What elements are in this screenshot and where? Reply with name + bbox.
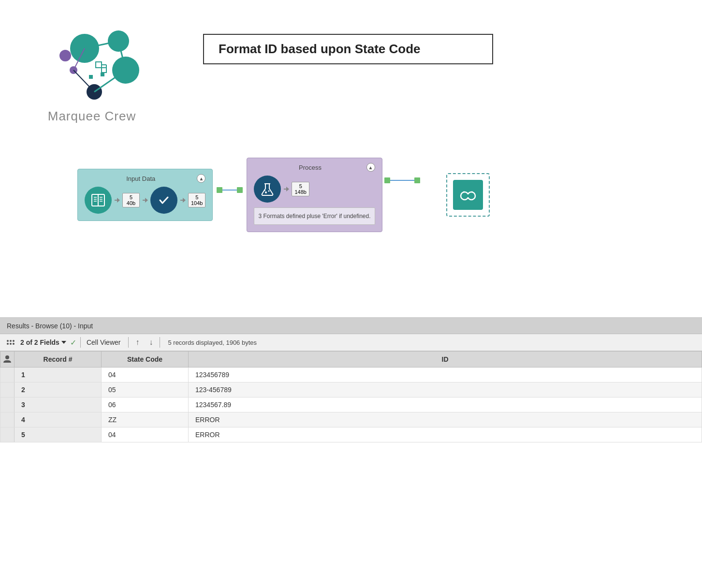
cell-id: ERROR <box>189 427 702 442</box>
node-browse[interactable] <box>446 173 490 217</box>
process-tool-icon[interactable] <box>254 176 281 203</box>
node-process[interactable]: Process ▲ <box>247 158 382 232</box>
badge-1: 5 40b <box>122 193 140 207</box>
records-info: 5 records displayed, 1906 bytes <box>168 339 257 346</box>
svg-rect-16 <box>89 75 93 79</box>
browse-tool-icon[interactable] <box>453 180 483 210</box>
toolbar-divider-3 <box>160 337 160 348</box>
toolbar-divider-2 <box>128 337 129 348</box>
toolbar-divider-1 <box>80 337 81 348</box>
node-collapse-btn[interactable]: ▲ <box>197 174 205 183</box>
cell-viewer-label: Cell Viewer <box>87 338 121 346</box>
final-connection-line <box>390 180 414 181</box>
badge-2: 5 104b <box>188 193 205 207</box>
svg-point-28 <box>268 191 270 192</box>
data-table-container: Record # State Code ID 10412345678920512… <box>0 351 702 442</box>
table-row[interactable]: 205123-456789 <box>0 382 702 397</box>
results-toolbar: 2 of 2 Fields ✓ Cell Viewer ↑ ↓ 5 record… <box>0 334 702 351</box>
col-header-id[interactable]: ID <box>189 352 702 368</box>
cell-id: 1234567.89 <box>189 397 702 412</box>
arrow-1 <box>115 200 119 201</box>
col-header-record[interactable]: Record # <box>15 352 102 368</box>
connection-between-nodes <box>217 187 243 193</box>
table-header-row: Record # State Code ID <box>0 352 702 368</box>
final-output-connector <box>384 177 390 183</box>
top-section: Marquee Crew Format ID based upon State … <box>0 0 702 133</box>
results-section: Results - Browse (10) - Input 2 of 2 Fie… <box>0 317 702 442</box>
logo-image <box>44 19 140 106</box>
cell-record: 1 <box>15 368 102 382</box>
logo-text: Marquee Crew <box>48 109 136 124</box>
table-row[interactable]: 504ERROR <box>0 427 702 442</box>
table-row[interactable]: 4ZZERROR <box>0 412 702 427</box>
logo-area: Marquee Crew <box>29 19 155 124</box>
input-connector <box>237 187 243 193</box>
table-body: 104123456789205123-4567893061234567.894Z… <box>0 368 702 442</box>
svg-rect-15 <box>101 73 104 76</box>
cell-record: 5 <box>15 427 102 442</box>
col-header-state-code[interactable]: State Code <box>102 352 189 368</box>
fields-dropdown-arrow <box>61 341 66 344</box>
svg-point-37 <box>5 355 9 359</box>
node-input-data[interactable]: Input Data ▲ <box>77 169 213 221</box>
svg-point-29 <box>264 190 265 191</box>
cell-id: 123-456789 <box>189 382 702 397</box>
sort-down-button[interactable]: ↓ <box>146 338 156 347</box>
fields-label: 2 of 2 Fields <box>20 338 59 346</box>
row-icon-cell <box>0 368 15 382</box>
svg-rect-11 <box>96 62 102 68</box>
process-collapse-btn[interactable]: ▲ <box>366 163 375 172</box>
row-icon-cell <box>0 412 15 427</box>
connection-line <box>222 190 237 191</box>
cell-state-code: 04 <box>102 368 189 382</box>
process-note: 3 Formats defined pluse 'Error' if undef… <box>254 207 375 225</box>
table-person-icon <box>2 354 12 364</box>
node-input-data-label: Input Data ▲ <box>85 174 205 183</box>
node-process-label: Process ▲ <box>254 163 375 172</box>
cell-id: ERROR <box>189 412 702 427</box>
svg-rect-36 <box>466 195 470 197</box>
svg-rect-12 <box>102 68 106 73</box>
fields-check-icon[interactable]: ✓ <box>70 338 76 347</box>
cell-state-code: 04 <box>102 427 189 442</box>
workflow-title: Format ID based upon State Code <box>203 34 493 64</box>
output-connector <box>217 187 222 193</box>
input-tool-icon[interactable] <box>85 187 112 214</box>
cell-state-code: ZZ <box>102 412 189 427</box>
workflow-canvas: Input Data ▲ <box>0 143 702 312</box>
table-row[interactable]: 104123456789 <box>0 368 702 382</box>
cell-viewer-button[interactable]: Cell Viewer <box>85 338 125 346</box>
table-row[interactable]: 3061234567.89 <box>0 397 702 412</box>
header-icon-col <box>0 352 15 368</box>
process-arrow <box>284 189 289 190</box>
sort-up-button[interactable]: ↑ <box>132 338 142 347</box>
svg-point-27 <box>265 191 267 193</box>
browse-input-connector <box>414 177 420 183</box>
arrow-2 <box>143 200 147 201</box>
row-icon-cell <box>0 427 15 442</box>
node-input-data-inner: 5 40b 5 104b <box>85 187 205 214</box>
cell-state-code: 06 <box>102 397 189 412</box>
cell-state-code: 05 <box>102 382 189 397</box>
results-header: Results - Browse (10) - Input <box>0 318 702 334</box>
final-connection <box>384 177 420 183</box>
cell-record: 3 <box>15 397 102 412</box>
node-process-inner: 5 148b <box>254 176 375 203</box>
row-icon-cell <box>0 397 15 412</box>
process-badge: 5 148b <box>292 182 309 196</box>
cell-record: 2 <box>15 382 102 397</box>
data-table: Record # State Code ID 10412345678920512… <box>0 351 702 442</box>
select-tool-icon[interactable] <box>150 187 177 214</box>
svg-point-4 <box>59 50 71 61</box>
cell-id: 123456789 <box>189 368 702 382</box>
workflow-nodes: Input Data ▲ <box>77 158 490 232</box>
svg-line-9 <box>73 70 94 92</box>
cell-record: 4 <box>15 412 102 427</box>
row-icon-cell <box>0 382 15 397</box>
three-dot-menu[interactable] <box>5 339 16 346</box>
arrow-3 <box>180 200 185 201</box>
fields-dropdown[interactable]: 2 of 2 Fields <box>20 338 66 346</box>
